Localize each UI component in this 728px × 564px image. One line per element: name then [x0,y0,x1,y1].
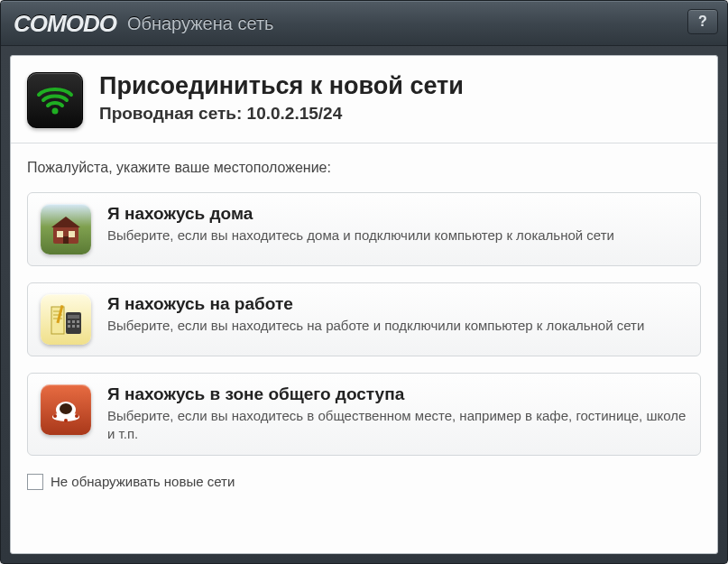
option-desc: Выберите, если вы находитесь на работе и… [107,317,687,335]
help-button[interactable]: ? [687,9,718,34]
home-icon [41,204,91,254]
option-title: Я нахожусь в зоне общего доступа [107,384,687,404]
option-public-text: Я нахожусь в зоне общего доступа Выберит… [107,384,687,444]
svg-rect-14 [77,320,79,323]
dont-detect-checkbox[interactable] [27,474,43,490]
svg-rect-16 [72,325,75,328]
option-title: Я нахожусь дома [107,204,687,224]
help-icon: ? [698,14,707,30]
work-icon [41,294,91,345]
option-work[interactable]: Я нахожусь на работе Выберите, если вы н… [27,282,701,356]
header-text: Присоединиться к новой сети Проводная се… [99,72,464,124]
svg-point-23 [75,414,78,418]
dialog-window: COMODO Обнаружена сеть ? Присоединиться … [0,0,728,564]
header-row: Присоединиться к новой сети Проводная се… [27,72,701,128]
page-title: Присоединиться к новой сети [99,72,464,100]
svg-point-22 [53,414,57,418]
prompt-text: Пожалуйста, укажите ваше местоположение: [27,160,701,176]
public-icon [41,384,91,435]
svg-point-21 [60,403,72,414]
brand-logo: COMODO [14,10,116,38]
content-area: Присоединиться к новой сети Проводная се… [10,55,718,554]
option-home[interactable]: Я нахожусь дома Выберите, если вы находи… [27,192,701,266]
svg-rect-15 [68,325,70,328]
divider [11,143,717,143]
wifi-icon [35,80,75,120]
option-work-text: Я нахожусь на работе Выберите, если вы н… [107,294,687,335]
svg-rect-3 [57,231,63,237]
svg-rect-4 [69,231,75,237]
dont-detect-label[interactable]: Не обнаруживать новые сети [51,474,235,489]
option-home-text: Я нахожусь дома Выберите, если вы находи… [107,204,687,245]
svg-rect-13 [72,320,75,323]
option-public[interactable]: Я нахожусь в зоне общего доступа Выберит… [27,373,701,456]
svg-rect-17 [77,325,79,328]
page-subtitle: Проводная сеть: 10.0.2.15/24 [99,104,464,124]
svg-rect-11 [68,315,79,319]
svg-point-24 [64,419,68,422]
svg-marker-2 [51,217,80,227]
svg-rect-12 [68,320,70,323]
options-list: Я нахожусь дома Выберите, если вы находи… [27,192,701,456]
titlebar: COMODO Обнаружена сеть ? [1,1,727,46]
window-title: Обнаружена сеть [127,14,274,34]
option-desc: Выберите, если вы находитесь в обществен… [107,407,687,444]
footer-row: Не обнаруживать новые сети [27,474,701,490]
option-title: Я нахожусь на работе [107,294,687,314]
network-icon [27,72,83,128]
svg-point-0 [52,108,59,115]
option-desc: Выберите, если вы находитесь дома и подк… [107,227,687,245]
svg-rect-5 [63,236,69,244]
